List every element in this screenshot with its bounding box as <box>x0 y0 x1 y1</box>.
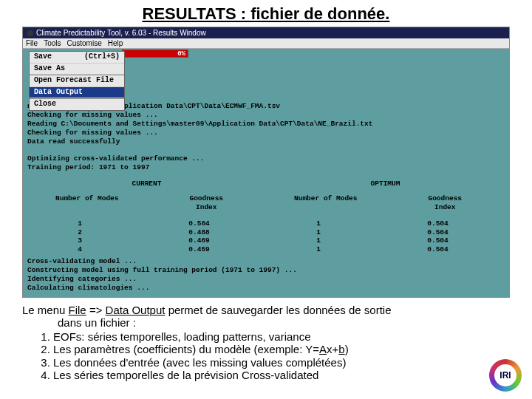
menu-item-label: Open Forecast File <box>34 76 114 86</box>
window-title: Climate Predictability Tool, v. 6.03 - R… <box>36 29 206 37</box>
system-icon <box>27 30 33 36</box>
cell: 0.504 <box>371 236 505 245</box>
menu-customise[interactable]: Customise <box>66 39 101 47</box>
cell: 0.504 <box>371 245 505 254</box>
menu-item-label: Close <box>34 100 56 109</box>
menu-file[interactable]: File <box>26 39 38 47</box>
sub-headers: Number of Modes Goodness Index Number of… <box>27 194 505 212</box>
cell: 0.488 <box>132 228 266 237</box>
iri-logo: IRI <box>489 359 522 392</box>
list-item: Les paramètres (coefficients) du modèle … <box>53 343 510 355</box>
t: x+ <box>327 343 338 355</box>
sub-goodness-2: Goodness Index <box>386 194 505 212</box>
column-headers: CURRENT OPTIMUM <box>27 180 505 188</box>
slide-title: RESULTATS : fichier de donnée. <box>0 0 532 27</box>
cell: 0.504 <box>371 219 505 228</box>
col-optimum: OPTIMUM <box>266 180 505 188</box>
menu-item-label: Data Output <box>34 88 83 98</box>
menu-help[interactable]: Help <box>108 39 123 47</box>
sub-goodness-1: Goodness Index <box>147 194 267 212</box>
cell: 4 <box>27 245 132 254</box>
cell: 2 <box>27 228 132 237</box>
results-content: 0% Save (Ctrl+S) Save As Open Forecast F… <box>23 49 509 297</box>
console-output-bottom: Cross-validating model ... Constructing … <box>27 257 505 293</box>
cell: 3 <box>27 236 132 245</box>
col-current: CURRENT <box>27 180 266 188</box>
sub-modes-2: Number of Modes <box>266 194 386 212</box>
cell: 0.469 <box>132 236 266 245</box>
cell: 0.504 <box>371 228 505 237</box>
menu-item-save-as[interactable]: Save As <box>30 64 124 75</box>
list-item: EOFs: séries temporelles, loading patter… <box>53 330 510 343</box>
cell: 1 <box>266 236 371 245</box>
menubar: File Tools Customise Help <box>23 38 509 49</box>
menu-item-open-forecast[interactable]: Open Forecast File <box>30 75 124 87</box>
menu-item-save[interactable]: Save (Ctrl+S) <box>30 52 124 64</box>
cell: 1 <box>266 245 371 254</box>
caption-data-output: Data Output <box>106 304 166 316</box>
cell: 0.504 <box>132 219 266 228</box>
caption-text: dans un fichier : <box>58 316 136 329</box>
caption-text: permet de sauvegarder les données de sor… <box>165 304 391 316</box>
t: ) <box>345 343 349 355</box>
cell: 1 <box>266 219 371 228</box>
t: Les paramètres (coefficients) du modèle … <box>53 343 319 355</box>
caption-text: Le menu <box>22 304 69 316</box>
app-window: Climate Predictability Tool, v. 6.03 - R… <box>22 27 510 298</box>
list-item: Les séries temporelles de la prévision C… <box>53 369 510 381</box>
logo-text: IRI <box>499 370 511 381</box>
table-row: 20.48810.504 <box>27 228 505 237</box>
sub-modes-1: Number of Modes <box>27 194 147 212</box>
menu-item-close[interactable]: Close <box>30 99 124 110</box>
menu-item-shortcut: (Ctrl+S) <box>84 52 120 62</box>
u: b <box>338 343 344 355</box>
progress-bar: 0% <box>122 50 188 58</box>
table-row: 30.46910.504 <box>27 236 505 245</box>
console-output-top: nd Settings\master09\Application Data\CP… <box>27 102 505 172</box>
window-titlebar: Climate Predictability Tool, v. 6.03 - R… <box>23 27 509 38</box>
list-item: Les données d'entrée (avec les missing v… <box>53 356 510 369</box>
caption-block: Le menu File => Data Output permet de sa… <box>22 304 510 382</box>
cell: 0.459 <box>132 245 266 254</box>
caption-text: => <box>86 304 106 316</box>
table-row: 10.50410.504 <box>27 219 505 228</box>
menu-item-label: Save <box>34 52 52 62</box>
data-rows: 10.50410.504 20.48810.504 30.46910.504 4… <box>27 219 505 255</box>
cell: 1 <box>27 219 132 228</box>
caption-file: File <box>69 304 86 316</box>
file-menu-dropdown: Save (Ctrl+S) Save As Open Forecast File… <box>29 51 125 111</box>
menu-item-data-output[interactable]: Data Output <box>30 87 124 99</box>
table-row: 40.45910.504 <box>27 245 505 254</box>
menu-item-label: Save As <box>34 64 65 74</box>
u: A <box>319 343 327 355</box>
cell: 1 <box>266 228 371 237</box>
menu-tools[interactable]: Tools <box>44 39 61 47</box>
caption-list: EOFs: séries temporelles, loading patter… <box>53 330 510 381</box>
